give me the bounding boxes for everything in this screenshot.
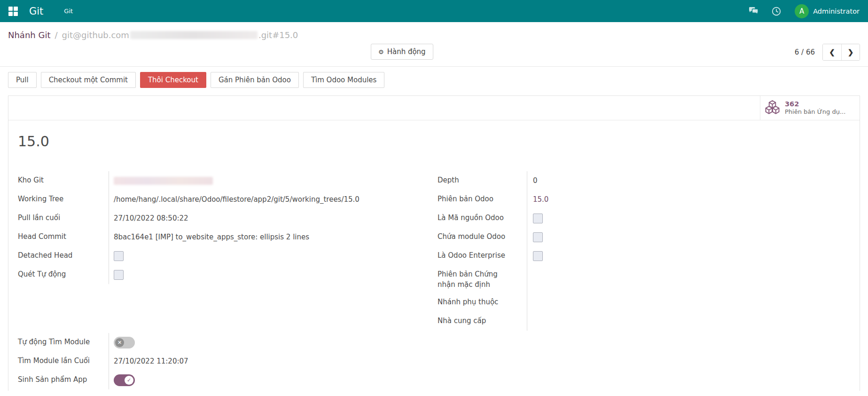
field-label: Nhánh phụ thuộc [438,293,527,312]
field-value: /home/hang/.local/share/Odoo/filestore/a… [109,190,438,209]
sheet-body: 15.0 Kho GitWorking Tree/home/hang/.loca… [8,133,860,389]
messages-icon[interactable] [748,7,759,16]
field-value: 27/10/2022 08:50:22 [109,209,438,228]
toggle[interactable]: ✕ [114,337,135,348]
field-value: ✕ [109,333,438,352]
action-button-pull[interactable]: Pull [8,72,37,88]
redacted-url-segment [130,31,258,39]
apps-menu-icon[interactable] [8,7,18,16]
field-label: Nhà cung cấp [438,312,527,331]
field-label: Working Tree [18,190,109,209]
field-row-head-commit: Head Commit8bac164e1 [IMP] to_website_ap… [18,228,438,246]
form-column-left: Kho GitWorking Tree/home/hang/.local/sha… [18,171,438,389]
stat-button-app-versions[interactable]: 362 Phiên bản Ứng dụ... [760,96,860,120]
control-panel-row: ⚙Hành động 6 / 66 ❮ ❯ [8,40,860,66]
pager-next-button[interactable]: ❯ [841,44,860,60]
field-value: 8bac164e1 [IMP] to_website_apps_store: e… [109,228,438,246]
field-value: 15.0 [527,190,850,209]
breadcrumb-parent-link[interactable]: Nhánh Git [8,30,50,40]
field-row-depth: Depth0 [438,171,850,190]
breadcrumb-separator: / [55,30,57,40]
field-value [527,246,850,265]
field-label: Kho Git [18,171,109,190]
cross-icon: ✕ [115,338,124,347]
field-row-nha-cung-cap: Nhà cung cấp [438,312,850,331]
field-label: Chứa module Odoo [438,228,527,246]
check-icon: ✓ [125,376,133,385]
pager-buttons: ❮ ❯ [822,44,860,61]
form-sheet: 362 Phiên bản Ứng dụ... 15.0 Kho GitWork… [8,95,860,391]
menu-item-git[interactable]: Git [64,8,73,15]
breadcrumb: Nhánh Git / git@github.com .git#15.0 [8,22,860,40]
action-button-tim-odoo-modules[interactable]: Tìm Odoo Modules [303,72,385,88]
user-menu[interactable]: A Administrator [795,4,860,18]
field-row-working-tree: Working Tree/home/hang/.local/share/Odoo… [18,190,438,209]
field-label: Phiên bản Odoo [438,190,527,209]
checkbox[interactable] [114,251,124,261]
field-label: Phiên bản Chứng nhận mặc định [438,265,527,293]
field-label: Tự động Tìm Module [18,333,109,352]
field-group-odoo: Depth0Phiên bản Odoo15.0Là Mã nguồn Odoo… [438,171,850,331]
top-navbar: Git Git A Administrator [0,0,868,22]
field-value [527,265,850,293]
toggle[interactable]: ✓ [114,374,135,386]
stat-button-label: Phiên bản Ứng dụ... [785,108,845,116]
checkbox[interactable] [533,232,543,242]
action-menu-button[interactable]: ⚙Hành động [371,44,433,60]
field-value [109,171,438,190]
field-row-nhanh-phu-thuoc: Nhánh phụ thuộc [438,293,850,312]
breadcrumb-current: git@github.com .git#15.0 [62,30,298,40]
field-row-la-ma-nguon-odoo: Là Mã nguồn Odoo [438,209,850,228]
action-button-thoi-checkout[interactable]: Thôi Checkout [140,72,206,88]
field-value-text: 27/10/2022 11:20:07 [114,356,188,366]
form-column-right: Depth0Phiên bản Odoo15.0Là Mã nguồn Odoo… [438,171,850,331]
breadcrumb-url-prefix: git@github.com [62,30,129,40]
field-row-pull-lan-cuoi: Pull lần cuối27/10/2022 08:50:22 [18,209,438,228]
field-row-phien-ban-odoo: Phiên bản Odoo15.0 [438,190,850,209]
field-label: Detached Head [18,246,109,265]
field-row-chua-module-odoo: Chứa module Odoo [438,228,850,246]
field-row-la-odoo-enterprise: Là Odoo Enterprise [438,246,850,265]
record-pager: 6 / 66 ❮ ❯ [795,44,860,61]
field-value [527,228,850,246]
field-row-detached-head: Detached Head [18,246,438,265]
field-label: Là Mã nguồn Odoo [438,209,527,228]
redacted-value [114,177,213,185]
field-value: 0 [527,171,850,190]
field-label: Tìm Module lần Cuối [18,352,109,371]
field-row-phien-ban-chung-nhan-mac-inh: Phiên bản Chứng nhận mặc định [438,265,850,293]
action-menu-label: Hành động [387,48,426,56]
navbar-right: A Administrator [736,4,860,18]
field-value [109,265,438,284]
field-group-git: Kho GitWorking Tree/home/hang/.local/sha… [18,171,438,284]
field-value [527,209,850,228]
checkbox[interactable] [533,214,543,223]
stat-button-count: 362 [785,100,845,108]
field-label: Quét Tự động [18,265,109,284]
field-value [527,312,850,331]
field-label: Sinh Sản phẩm App [18,371,109,389]
field-row-tu-ong-tim-module: Tự động Tìm Module✕ [18,333,438,352]
field-value-text: 27/10/2022 08:50:22 [114,214,188,223]
statusbar-buttons: PullCheckout một CommitThôi CheckoutGán … [0,67,868,88]
app-brand[interactable]: Git [29,6,43,17]
action-button-gan-phien-ban-odoo[interactable]: Gán Phiên bản Odoo [211,72,299,88]
pager-previous-button[interactable]: ❮ [823,44,841,60]
field-value-link[interactable]: 15.0 [533,195,548,204]
activities-clock-icon[interactable] [771,6,782,16]
field-value-text: /home/hang/.local/share/Odoo/filestore/a… [114,195,360,205]
checkbox[interactable] [533,251,543,261]
control-panel: Nhánh Git / git@github.com .git#15.0 ⚙Hà… [0,22,868,67]
avatar: A [795,4,809,18]
field-label: Depth [438,171,527,190]
checkbox[interactable] [114,270,124,280]
field-value-text: 8bac164e1 [IMP] to_website_apps_store: e… [114,232,309,242]
field-label: Head Commit [18,228,109,246]
username: Administrator [813,8,860,15]
field-value: ✓ [109,371,438,389]
field-value [527,293,850,312]
field-label: Pull lần cuối [18,209,109,228]
field-value-text: 0 [533,176,538,186]
action-button-checkout-mot-commit[interactable]: Checkout một Commit [41,72,136,88]
field-row-quet-tu-ong: Quét Tự động [18,265,438,284]
